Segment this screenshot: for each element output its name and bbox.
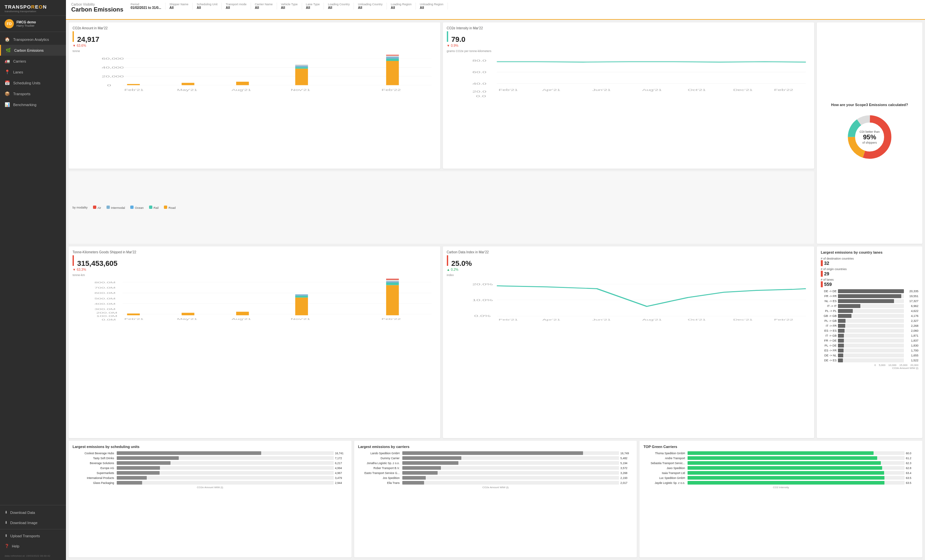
svg-text:May'21: May'21 [177, 318, 197, 320]
filter-shipper-value: All [170, 6, 188, 9]
filter-unloading-region-value: All [420, 6, 443, 9]
svg-text:800.0M: 800.0M [94, 281, 115, 284]
lane-bar [838, 304, 904, 308]
svg-text:Oct'21: Oct'21 [688, 318, 706, 321]
filter-unloading-region[interactable]: Unloading Region All [420, 3, 448, 9]
svg-rect-66 [386, 280, 399, 281]
help-button[interactable]: ❓ Help [0, 541, 66, 551]
list-value: 2,193 [620, 476, 633, 480]
list-item: PL -> DE 1,830 [821, 344, 918, 348]
svg-text:Feb'22: Feb'22 [774, 89, 793, 92]
filter-carrier-value: All [255, 6, 273, 9]
filter-vehicle[interactable]: Vehicle Type All [281, 3, 302, 9]
list-bar [688, 466, 905, 470]
main-nav: 🏠 Transporeon Analytics 🌿 Carbon Emissio… [0, 32, 66, 505]
sidebar-item-carriers[interactable]: 🚛 Carriers [0, 56, 66, 66]
leaf-icon: 🌿 [6, 48, 11, 53]
filter-carrier[interactable]: Carrier Name All [255, 3, 277, 9]
nav-label-carriers: Carriers [13, 59, 26, 63]
lanes-x-axis: 0 5,000 10,000 15,000 20,000 [821, 364, 918, 366]
sidebar-item-carbon[interactable]: 🌿 Carbon Emissions [0, 45, 66, 56]
list-item: Rober Transport B.V. 3,572 [358, 466, 633, 470]
svg-rect-9 [182, 83, 194, 85]
filter-loading-country[interactable]: Loading Country All [328, 3, 354, 9]
help-icon: ❓ [5, 544, 9, 548]
filter-bar: Period 01/02/2021 to 31/0... Shipper Nam… [131, 3, 920, 9]
home-icon: 🏠 [5, 37, 10, 42]
sidebar-item-scheduling[interactable]: 📅 Scheduling Units [0, 77, 66, 88]
tonne-km-value: 315,453,605 [77, 259, 118, 268]
lane-bar [838, 319, 904, 323]
upload-transports-button[interactable]: ⬆ Upload Transports [0, 531, 66, 541]
lane-value: 1,655 [905, 354, 918, 357]
list-bar [402, 461, 619, 465]
scope3-donut: CDI better than 95% of shippers [843, 111, 896, 164]
list-value: 6,217 [335, 461, 348, 465]
svg-rect-16 [386, 59, 399, 61]
svg-rect-19 [386, 55, 399, 56]
list-item: ES -> ES 2,060 [821, 329, 918, 333]
svg-text:Dec'21: Dec'21 [733, 318, 753, 321]
filter-loading-region[interactable]: Loading Region All [391, 3, 416, 9]
filter-unloading-country[interactable]: Unloading Country All [358, 3, 387, 9]
lane-bar [838, 334, 904, 338]
dest-countries-value: 32 [824, 261, 829, 266]
country-lanes-title: Largest emissions by country lanes [821, 250, 918, 254]
sidebar-item-benchmarking[interactable]: 📊 Benchmarking [0, 99, 66, 110]
filter-transport-mode[interactable]: Transport mode All [226, 3, 251, 9]
list-item: IT -> GB 1,871 [821, 334, 918, 338]
svg-rect-15 [386, 61, 399, 85]
cdi-value: 25.0% [452, 259, 472, 268]
list-value: 5,482 [620, 456, 633, 460]
lane-bar [838, 348, 904, 353]
lane-name: PL -> GB [821, 319, 837, 323]
filter-shipper[interactable]: Shipper Name All [170, 3, 193, 9]
list-item: Coolest Beverage Hubs 16,741 [72, 451, 348, 455]
green-carriers-card: TOP Green Carriers Thoma Spedition GmbH … [639, 441, 922, 557]
filter-period-label: Period [131, 3, 161, 6]
filter-scheduling[interactable]: Scheduling Unit All [197, 3, 221, 9]
list-label: Elia Trans [358, 481, 401, 485]
co2-intensity-card: CO2e Intensity in Mar'22 79.0 ▼ 0.9% gra… [443, 23, 815, 169]
list-value: 5,194 [620, 461, 633, 465]
scope3-percent: 95% [859, 134, 880, 141]
user-profile[interactable]: FD FMCG demo Harry Trucker [0, 16, 66, 32]
filter-lane-type[interactable]: Lane Type All [306, 3, 324, 9]
sidebar-item-lanes[interactable]: 📍 Lanes [0, 66, 66, 77]
list-bar [688, 476, 905, 480]
list-item: Andre Transport 61.2 [643, 456, 918, 460]
svg-rect-67 [386, 279, 399, 280]
svg-rect-65 [386, 281, 399, 283]
sidebar-item-analytics[interactable]: 🏠 Transporeon Analytics [0, 34, 66, 45]
filter-loading-country-value: All [328, 6, 350, 9]
list-item: Jaxo Spedition 62.8 [643, 466, 918, 470]
list-item: Elia Trans 2,017 [358, 481, 633, 485]
svg-rect-12 [295, 67, 308, 69]
download-data-button[interactable]: ⬇ Download Data [0, 507, 66, 518]
sidebar-item-transports[interactable]: 📦 Transports [0, 88, 66, 99]
nav-label-scheduling: Scheduling Units [13, 81, 41, 85]
svg-text:0.0M: 0.0M [102, 318, 116, 321]
svg-text:Jun'21: Jun'21 [592, 318, 611, 321]
svg-rect-57 [127, 314, 140, 315]
filter-shipper-label: Shipper Name [170, 3, 188, 6]
svg-text:60,000: 60,000 [102, 57, 124, 60]
lane-value: 2,268 [905, 324, 918, 327]
list-bar [402, 471, 619, 475]
nav-label-analytics: Transporeon Analytics [13, 38, 49, 42]
filter-period[interactable]: Period 01/02/2021 to 31/0... [131, 3, 166, 9]
nav-label-benchmarking: Benchmarking [13, 103, 36, 107]
svg-text:20.0: 20.0 [472, 90, 487, 93]
country-lanes-card: Largest emissions by country lanes # of … [817, 246, 922, 438]
list-item: DE -> NL 1,655 [821, 353, 918, 357]
main-content: Carbon Visibility Carbon Emissions Perio… [66, 0, 925, 560]
list-value: 60.0 [906, 452, 918, 455]
list-label: Luc Spedition GmbH [643, 476, 686, 480]
download-image-button[interactable]: ⬇ Download Image [0, 518, 66, 528]
svg-text:Nov'21: Nov'21 [291, 318, 310, 320]
nav-label-carbon: Carbon Emissions [14, 48, 44, 53]
filter-vehicle-value: All [281, 6, 298, 9]
list-item: IT -> IT 6,962 [821, 304, 918, 308]
filter-vehicle-label: Vehicle Type [281, 3, 298, 6]
filter-transport-value: All [226, 6, 246, 9]
